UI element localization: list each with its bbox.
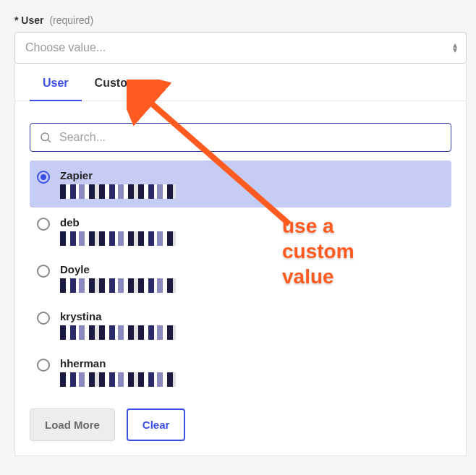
load-more-button[interactable]: Load More — [30, 408, 115, 441]
option-name: Zapier — [60, 169, 444, 181]
radio-icon — [37, 312, 50, 325]
redacted-subtext — [60, 325, 176, 340]
choose-value-select[interactable]: Choose value... ▴▾ — [14, 32, 467, 64]
dropdown-panel: User Custom Zapier deb — [14, 64, 467, 456]
radio-icon — [37, 359, 50, 372]
options-list: Zapier deb Doyle krystina — [15, 161, 466, 395]
radio-icon — [37, 171, 50, 184]
required-asterisk: * — [14, 14, 18, 26]
tabs: User Custom — [15, 64, 466, 101]
option-name: hherman — [60, 357, 444, 369]
field-hint: (required) — [49, 14, 93, 26]
tab-user[interactable]: User — [30, 64, 82, 101]
list-item[interactable]: krystina — [30, 301, 451, 348]
list-item[interactable]: hherman — [30, 348, 451, 395]
redacted-subtext — [60, 372, 176, 387]
option-name: krystina — [60, 310, 444, 322]
search-input[interactable] — [59, 131, 442, 144]
chevrons-up-down-icon: ▴▾ — [453, 43, 457, 53]
list-item[interactable]: deb — [30, 207, 451, 254]
option-name: deb — [60, 216, 444, 228]
list-item[interactable]: Doyle — [30, 254, 451, 301]
tab-custom[interactable]: Custom — [82, 64, 151, 101]
field-name: User — [21, 14, 43, 26]
search-icon — [39, 131, 52, 144]
search-box[interactable] — [30, 123, 451, 152]
select-placeholder: Choose value... — [25, 41, 106, 54]
list-item[interactable]: Zapier — [30, 161, 451, 207]
redacted-subtext — [60, 278, 176, 293]
radio-icon — [37, 265, 50, 278]
svg-line-1 — [48, 140, 50, 142]
redacted-subtext — [60, 184, 176, 199]
clear-button[interactable]: Clear — [127, 408, 186, 441]
svg-point-0 — [41, 133, 49, 141]
option-name: Doyle — [60, 263, 444, 275]
field-label: * User (required) — [14, 14, 462, 26]
radio-icon — [37, 218, 50, 231]
redacted-subtext — [60, 231, 176, 246]
